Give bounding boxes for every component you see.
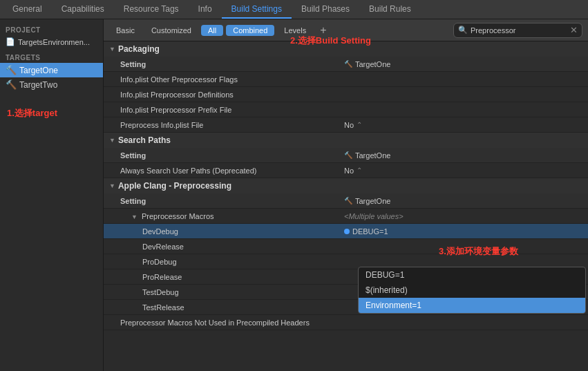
packaging-row-2-value <box>339 93 588 96</box>
tab-general[interactable]: General <box>3 0 52 19</box>
search-paths-value-header: 🔨 TargetOne <box>339 150 588 161</box>
target-two-icon: 🔨 <box>6 79 17 90</box>
packaging-section-header: ▼ Packaging <box>104 41 588 57</box>
apple-clang-target-icon: 🔨 <box>344 197 352 204</box>
dropdown-popup: DEBUG=1 $(inherited) Environment=1 <box>358 267 586 314</box>
packaging-row-3-setting: Info.plist Preprocessor Prefix File <box>104 104 339 115</box>
tab-info[interactable]: Info <box>189 0 222 19</box>
sidebar-item-target-one[interactable]: 🔨 TargetOne <box>0 63 103 77</box>
target-one-icon: 🔨 <box>6 65 17 75</box>
multiple-values-label: <Multiple values> <box>344 212 404 220</box>
packaging-triangle: ▼ <box>109 46 115 53</box>
filter-bar: Basic Customized All Combined Levels + 🔍… <box>104 19 588 41</box>
devdebug-value-container: DEBUG=1 <box>344 227 388 236</box>
dropdown-item-0[interactable]: DEBUG=1 <box>359 267 585 283</box>
packaging-setting-col-header: Setting <box>104 59 339 70</box>
filter-combined-button[interactable]: Combined <box>226 25 274 36</box>
search-input[interactable] <box>471 26 567 35</box>
testdebug-setting: TestDebug <box>104 287 339 298</box>
search-paths-target-name: TargetOne <box>355 151 390 160</box>
packaging-header-row: Setting 🔨 TargetOne <box>104 57 588 72</box>
preprocessor-not-used-value <box>339 321 588 324</box>
apple-clang-section-header: ▼ Apple Clang - Preprocessing <box>104 178 588 193</box>
packaging-row-4[interactable]: Preprocess Info.plist File No ⌃ <box>104 117 588 133</box>
search-paths-row-1[interactable]: Always Search User Paths (Deprecated) No… <box>104 163 588 178</box>
search-paths-no-value: No <box>344 167 354 175</box>
packaging-row-4-setting: Preprocess Info.plist File <box>104 120 339 131</box>
apple-clang-setting-header: Setting <box>104 196 339 207</box>
prorelease-setting: ProRelease <box>104 272 339 283</box>
preprocessor-not-used-row[interactable]: Preprocessor Macros Not Used in Precompi… <box>104 315 588 330</box>
search-paths-setting-header: Setting <box>104 150 339 161</box>
packaging-row-1[interactable]: Info.plist Other Preprocessor Flags <box>104 72 588 87</box>
packaging-row-3[interactable]: Info.plist Preprocessor Prefix File <box>104 102 588 117</box>
sidebar-item-target-two[interactable]: 🔨 TargetTwo <box>0 77 103 92</box>
target-two-label: TargetTwo <box>19 80 57 90</box>
project-icon: 📄 <box>6 37 15 46</box>
search-box: 🔍 ✕ <box>453 23 582 38</box>
preprocessor-macros-label: Preprocessor Macros <box>142 212 214 220</box>
packaging-row-2[interactable]: Info.plist Preprocessor Definitions <box>104 87 588 102</box>
packaging-target-name: TargetOne <box>355 60 390 68</box>
devrelease-row[interactable]: DevRelease <box>104 239 588 254</box>
devrelease-value <box>339 245 588 248</box>
filter-add-button[interactable]: + <box>316 25 330 36</box>
prodebug-value <box>339 260 588 263</box>
search-paths-target-icon: 🔨 <box>344 151 352 159</box>
packaging-value-col-header: 🔨 TargetOne <box>339 59 588 70</box>
targets-section-title: TARGETS <box>0 48 103 63</box>
annotation-select-target: 1.选择target <box>7 107 57 120</box>
tab-build-phases[interactable]: Build Phases <box>292 0 359 19</box>
search-paths-section-header: ▼ Search Paths <box>104 133 588 148</box>
search-paths-triangle: ▼ <box>109 137 115 144</box>
search-paths-row-1-value: No ⌃ <box>339 165 588 176</box>
target-one-label: TargetOne <box>19 66 58 75</box>
macros-triangle: ▼ <box>131 213 137 220</box>
packaging-no-value: No <box>344 121 354 129</box>
preprocessor-macros-setting: ▼ Preprocessor Macros <box>104 211 339 222</box>
packaging-row-1-value <box>339 78 588 81</box>
devdebug-value-text: DEBUG=1 <box>352 227 388 236</box>
apple-clang-title: Apple Clang - Preprocessing <box>118 181 231 191</box>
debug-dot-icon <box>344 229 350 234</box>
dropdown-item-2[interactable]: Environment=1 <box>359 298 585 313</box>
tab-resource-tags[interactable]: Resource Tags <box>114 0 189 19</box>
search-paths-header-row: Setting 🔨 TargetOne <box>104 148 588 163</box>
search-paths-title: Search Paths <box>118 135 171 145</box>
filter-basic-button[interactable]: Basic <box>109 25 142 36</box>
devdebug-value: DEBUG=1 <box>339 226 588 237</box>
devrelease-setting: DevRelease <box>104 241 339 252</box>
main-layout: PROJECT 📄 TargetsEnvironmen... TARGETS 🔨… <box>0 19 588 371</box>
project-name: TargetsEnvironmen... <box>18 38 90 46</box>
tab-build-settings[interactable]: Build Settings <box>222 0 292 19</box>
packaging-stepper[interactable]: ⌃ <box>357 121 362 129</box>
apple-clang-triangle: ▼ <box>109 182 115 189</box>
content-area: Basic Customized All Combined Levels + 🔍… <box>104 19 588 371</box>
packaging-row-1-setting: Info.plist Other Preprocessor Flags <box>104 74 339 85</box>
filter-all-button[interactable]: All <box>201 25 223 36</box>
packaging-row-2-setting: Info.plist Preprocessor Definitions <box>104 89 339 100</box>
preprocessor-macros-group-row[interactable]: ▼ Preprocessor Macros <Multiple values> <box>104 209 588 224</box>
sidebar-project-item[interactable]: 📄 TargetsEnvironmen... <box>0 35 103 48</box>
search-icon: 🔍 <box>458 26 468 35</box>
packaging-title: Packaging <box>118 44 160 54</box>
packaging-row-4-value: No ⌃ <box>339 120 588 131</box>
devdebug-row[interactable]: DevDebug DEBUG=1 <box>104 224 588 239</box>
apple-clang-header-row: Setting 🔨 TargetOne <box>104 193 588 209</box>
filter-levels-button[interactable]: Levels <box>277 25 313 36</box>
search-clear-button[interactable]: ✕ <box>570 26 578 35</box>
devdebug-setting: DevDebug <box>104 226 339 237</box>
tab-capabilities[interactable]: Capabilities <box>52 0 114 19</box>
tab-build-rules[interactable]: Build Rules <box>359 0 421 19</box>
preprocessor-macros-value: <Multiple values> <box>339 211 588 222</box>
filter-customized-button[interactable]: Customized <box>144 25 198 36</box>
search-paths-stepper[interactable]: ⌃ <box>357 167 362 174</box>
apple-clang-value-header: 🔨 TargetOne <box>339 196 588 207</box>
testrelease-setting: TestRelease <box>104 302 339 313</box>
sidebar: PROJECT 📄 TargetsEnvironmen... TARGETS 🔨… <box>0 19 104 371</box>
preprocessor-not-used-setting: Preprocessor Macros Not Used in Precompi… <box>104 317 339 328</box>
packaging-row-3-value <box>339 108 588 111</box>
dropdown-item-1[interactable]: $(inherited) <box>359 283 585 298</box>
project-section-title: PROJECT <box>0 23 103 35</box>
apple-clang-target-name: TargetOne <box>355 197 390 205</box>
